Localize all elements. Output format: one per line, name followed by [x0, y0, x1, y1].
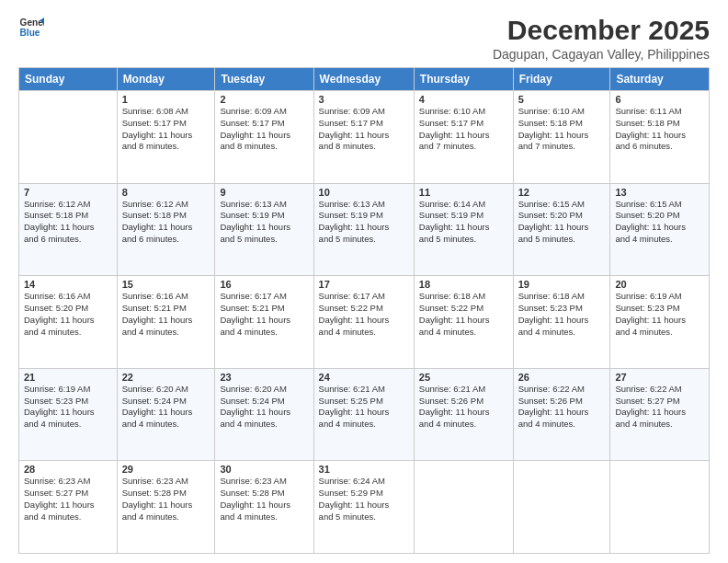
day-info: Sunrise: 6:19 AMSunset: 5:23 PMDaylight:…: [24, 384, 112, 431]
day-cell-3-5: 26Sunrise: 6:22 AMSunset: 5:26 PMDayligh…: [513, 368, 610, 461]
day-number: 8: [122, 187, 210, 198]
logo: General Blue: [18, 15, 44, 40]
day-info: Sunrise: 6:19 AMSunset: 5:23 PMDaylight:…: [615, 291, 704, 338]
location-title: Dagupan, Cagayan Valley, Philippines: [493, 47, 710, 62]
day-info: Sunrise: 6:24 AMSunset: 5:29 PMDaylight:…: [319, 476, 409, 523]
day-cell-2-5: 19Sunrise: 6:18 AMSunset: 5:23 PMDayligh…: [513, 276, 610, 369]
day-info: Sunrise: 6:20 AMSunset: 5:24 PMDaylight:…: [122, 384, 210, 431]
day-info: Sunrise: 6:15 AMSunset: 5:20 PMDaylight:…: [615, 199, 704, 246]
day-number: 3: [319, 94, 409, 105]
day-info: Sunrise: 6:13 AMSunset: 5:19 PMDaylight:…: [319, 199, 409, 246]
day-number: 2: [220, 94, 308, 105]
week-row-0: 1Sunrise: 6:08 AMSunset: 5:17 PMDaylight…: [19, 91, 710, 184]
weekday-header-wednesday: Wednesday: [313, 68, 414, 91]
day-cell-4-6: [610, 461, 710, 554]
day-number: 22: [122, 372, 210, 383]
day-cell-1-0: 7Sunrise: 6:12 AMSunset: 5:18 PMDaylight…: [19, 183, 118, 276]
day-cell-4-3: 31Sunrise: 6:24 AMSunset: 5:29 PMDayligh…: [313, 461, 414, 554]
day-info: Sunrise: 6:16 AMSunset: 5:21 PMDaylight:…: [122, 291, 210, 338]
day-cell-4-1: 29Sunrise: 6:23 AMSunset: 5:28 PMDayligh…: [117, 461, 215, 554]
day-info: Sunrise: 6:22 AMSunset: 5:26 PMDaylight:…: [518, 384, 606, 431]
day-number: 28: [24, 464, 112, 475]
week-row-4: 28Sunrise: 6:23 AMSunset: 5:27 PMDayligh…: [19, 461, 710, 554]
day-cell-3-3: 24Sunrise: 6:21 AMSunset: 5:25 PMDayligh…: [313, 368, 414, 461]
day-number: 6: [615, 94, 704, 105]
day-cell-3-1: 22Sunrise: 6:20 AMSunset: 5:24 PMDayligh…: [117, 368, 215, 461]
day-info: Sunrise: 6:08 AMSunset: 5:17 PMDaylight:…: [122, 106, 210, 153]
day-info: Sunrise: 6:12 AMSunset: 5:18 PMDaylight:…: [122, 199, 210, 246]
day-cell-2-3: 17Sunrise: 6:17 AMSunset: 5:22 PMDayligh…: [313, 276, 414, 369]
day-info: Sunrise: 6:12 AMSunset: 5:18 PMDaylight:…: [24, 199, 112, 246]
day-number: 16: [220, 279, 308, 290]
day-info: Sunrise: 6:21 AMSunset: 5:26 PMDaylight:…: [419, 384, 508, 431]
day-number: 23: [220, 372, 308, 383]
day-cell-0-4: 4Sunrise: 6:10 AMSunset: 5:17 PMDaylight…: [414, 91, 513, 184]
weekday-header-row: SundayMondayTuesdayWednesdayThursdayFrid…: [19, 68, 710, 91]
day-cell-1-1: 8Sunrise: 6:12 AMSunset: 5:18 PMDaylight…: [117, 183, 215, 276]
day-info: Sunrise: 6:17 AMSunset: 5:22 PMDaylight:…: [319, 291, 409, 338]
day-cell-4-2: 30Sunrise: 6:23 AMSunset: 5:28 PMDayligh…: [215, 461, 313, 554]
day-cell-0-0: [19, 91, 118, 184]
day-info: Sunrise: 6:10 AMSunset: 5:17 PMDaylight:…: [419, 106, 508, 153]
svg-text:Blue: Blue: [20, 28, 40, 38]
day-info: Sunrise: 6:21 AMSunset: 5:25 PMDaylight:…: [319, 384, 409, 431]
day-cell-1-6: 13Sunrise: 6:15 AMSunset: 5:20 PMDayligh…: [610, 183, 710, 276]
day-cell-4-0: 28Sunrise: 6:23 AMSunset: 5:27 PMDayligh…: [19, 461, 118, 554]
weekday-header-tuesday: Tuesday: [215, 68, 313, 91]
day-number: 30: [220, 464, 308, 475]
day-cell-2-6: 20Sunrise: 6:19 AMSunset: 5:23 PMDayligh…: [610, 276, 710, 369]
page: General Blue December 2025 Dagupan, Caga…: [0, 0, 728, 563]
month-title: December 2025: [493, 15, 710, 45]
calendar-table: SundayMondayTuesdayWednesdayThursdayFrid…: [18, 67, 710, 554]
day-cell-0-6: 6Sunrise: 6:11 AMSunset: 5:18 PMDaylight…: [610, 91, 710, 184]
day-number: 14: [24, 279, 112, 290]
week-row-1: 7Sunrise: 6:12 AMSunset: 5:18 PMDaylight…: [19, 183, 710, 276]
day-info: Sunrise: 6:11 AMSunset: 5:18 PMDaylight:…: [615, 106, 704, 153]
day-cell-2-1: 15Sunrise: 6:16 AMSunset: 5:21 PMDayligh…: [117, 276, 215, 369]
day-number: 12: [518, 187, 606, 198]
day-cell-2-4: 18Sunrise: 6:18 AMSunset: 5:22 PMDayligh…: [414, 276, 513, 369]
day-number: 25: [419, 372, 508, 383]
day-number: 18: [419, 279, 508, 290]
day-cell-2-0: 14Sunrise: 6:16 AMSunset: 5:20 PMDayligh…: [19, 276, 118, 369]
day-number: 21: [24, 372, 112, 383]
weekday-header-thursday: Thursday: [414, 68, 513, 91]
week-row-3: 21Sunrise: 6:19 AMSunset: 5:23 PMDayligh…: [19, 368, 710, 461]
day-number: 5: [518, 94, 606, 105]
header: General Blue December 2025 Dagupan, Caga…: [18, 15, 710, 62]
day-cell-1-5: 12Sunrise: 6:15 AMSunset: 5:20 PMDayligh…: [513, 183, 610, 276]
day-info: Sunrise: 6:23 AMSunset: 5:28 PMDaylight:…: [220, 476, 308, 523]
day-info: Sunrise: 6:18 AMSunset: 5:22 PMDaylight:…: [419, 291, 508, 338]
weekday-header-friday: Friday: [513, 68, 610, 91]
weekday-header-sunday: Sunday: [19, 68, 118, 91]
day-number: 17: [319, 279, 409, 290]
day-info: Sunrise: 6:14 AMSunset: 5:19 PMDaylight:…: [419, 199, 508, 246]
day-cell-2-2: 16Sunrise: 6:17 AMSunset: 5:21 PMDayligh…: [215, 276, 313, 369]
day-number: 31: [319, 464, 409, 475]
weekday-header-monday: Monday: [117, 68, 215, 91]
day-number: 10: [319, 187, 409, 198]
day-info: Sunrise: 6:10 AMSunset: 5:18 PMDaylight:…: [518, 106, 606, 153]
day-number: 20: [615, 279, 704, 290]
day-info: Sunrise: 6:17 AMSunset: 5:21 PMDaylight:…: [220, 291, 308, 338]
day-info: Sunrise: 6:20 AMSunset: 5:24 PMDaylight:…: [220, 384, 308, 431]
day-cell-3-2: 23Sunrise: 6:20 AMSunset: 5:24 PMDayligh…: [215, 368, 313, 461]
day-number: 13: [615, 187, 704, 198]
day-info: Sunrise: 6:23 AMSunset: 5:27 PMDaylight:…: [24, 476, 112, 523]
day-cell-3-4: 25Sunrise: 6:21 AMSunset: 5:26 PMDayligh…: [414, 368, 513, 461]
day-number: 19: [518, 279, 606, 290]
title-block: December 2025 Dagupan, Cagayan Valley, P…: [493, 15, 710, 62]
day-number: 4: [419, 94, 508, 105]
logo-icon: General Blue: [18, 15, 44, 40]
day-number: 27: [615, 372, 704, 383]
day-number: 26: [518, 372, 606, 383]
day-number: 7: [24, 187, 112, 198]
day-cell-4-4: [414, 461, 513, 554]
day-info: Sunrise: 6:09 AMSunset: 5:17 PMDaylight:…: [220, 106, 308, 153]
day-number: 29: [122, 464, 210, 475]
day-cell-1-3: 10Sunrise: 6:13 AMSunset: 5:19 PMDayligh…: [313, 183, 414, 276]
day-cell-0-1: 1Sunrise: 6:08 AMSunset: 5:17 PMDaylight…: [117, 91, 215, 184]
day-number: 15: [122, 279, 210, 290]
day-cell-1-2: 9Sunrise: 6:13 AMSunset: 5:19 PMDaylight…: [215, 183, 313, 276]
day-info: Sunrise: 6:16 AMSunset: 5:20 PMDaylight:…: [24, 291, 112, 338]
